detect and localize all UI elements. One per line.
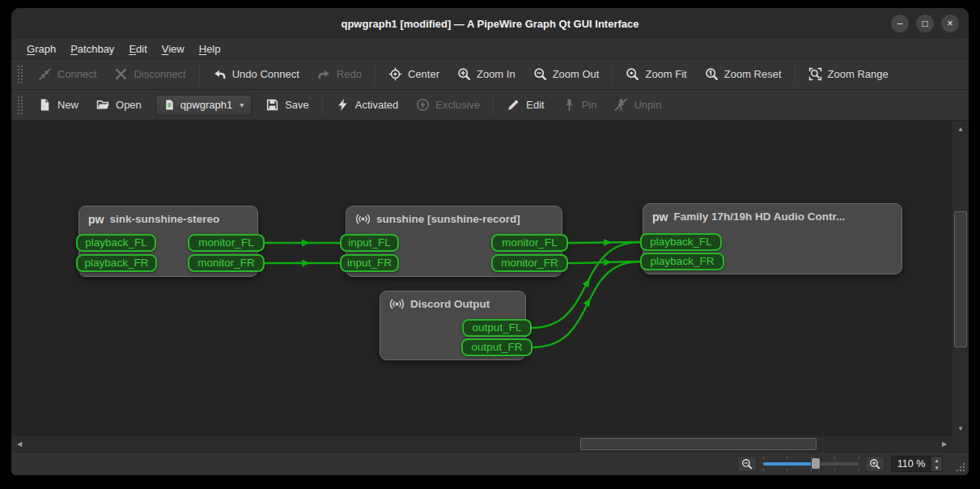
- port-sink-sunshine-stereo-monitor_FL[interactable]: monitor_FL: [188, 234, 265, 252]
- wire-arrow-icon: [302, 260, 310, 267]
- port-family-17h-19h-hd-audio-contr-playback_FR[interactable]: playback_FR: [640, 253, 724, 270]
- zoom-in-icon: [457, 67, 471, 81]
- minimize-button[interactable]: –: [891, 15, 909, 32]
- menu-patchbay[interactable]: Patchbay: [63, 41, 121, 57]
- close-button[interactable]: ×: [941, 15, 959, 32]
- toolbar-main-buttons: ConnectDisconnectUndo ConnectRedoCenterZ…: [29, 62, 897, 87]
- zoom-spinbox[interactable]: 110 % ▲ ▼: [891, 456, 943, 472]
- port-sink-sunshine-stereo-monitor_FR[interactable]: monitor_FR: [188, 254, 265, 272]
- redo-icon: [317, 67, 331, 81]
- port-discord-output-output_FR[interactable]: output_FR: [461, 338, 532, 356]
- connection-wire[interactable]: [568, 242, 640, 243]
- scroll-up-arrow-icon[interactable]: ▲: [952, 121, 969, 137]
- slider-tick: [763, 457, 764, 459]
- toolbar-button-label: Zoom Reset: [724, 68, 782, 80]
- zoom-out-icon: [741, 458, 753, 470]
- scroll-right-arrow-icon[interactable]: ▶: [936, 436, 952, 452]
- spin-down-icon[interactable]: ▼: [931, 464, 942, 471]
- save-button[interactable]: Save: [257, 93, 318, 117]
- patchbay-select[interactable]: qpwgraph1▾: [155, 95, 252, 116]
- pipewire-icon: pw: [652, 211, 668, 223]
- status-bar: 110 % ▲ ▼: [11, 452, 969, 475]
- horizontal-scroll-thumb[interactable]: [580, 438, 817, 450]
- broadcast-icon: [355, 213, 371, 225]
- port-sunshine-sunshine-record-input_FL[interactable]: input_FL: [340, 234, 399, 252]
- patchbay-select-value: qpwgraph1: [180, 99, 232, 111]
- zoom-in-button[interactable]: [865, 456, 885, 472]
- graph-canvas[interactable]: pwsink-sunshine-stereoplayback_FLplaybac…: [11, 120, 952, 436]
- toolbar-button-label: Connect: [57, 68, 96, 80]
- menu-help[interactable]: Help: [192, 41, 228, 57]
- toolbar-button-label: Zoom Out: [553, 68, 600, 80]
- unpin-icon: [614, 98, 628, 112]
- toolbar-button-label: Disconnect: [134, 68, 185, 80]
- zoom-reset-button[interactable]: Zoom Reset: [696, 62, 791, 87]
- zoom-slider-fill: [763, 462, 816, 466]
- exclusive-button: Exclusive: [407, 93, 489, 117]
- menu-edit[interactable]: Edit: [121, 41, 154, 57]
- spin-up-icon[interactable]: ▲: [931, 457, 942, 464]
- port-sink-sunshine-stereo-playback_FR[interactable]: playback_FR: [76, 254, 157, 272]
- scroll-down-arrow-icon[interactable]: ▼: [952, 420, 969, 436]
- toolbar-file: NewOpenqpwgraph1▾SaveActivatedExclusiveE…: [11, 89, 969, 120]
- resize-grip[interactable]: [955, 461, 966, 473]
- slider-tick: [763, 469, 764, 471]
- menu-graph[interactable]: Graph: [19, 41, 63, 57]
- chevron-down-icon: ▾: [240, 100, 244, 109]
- zoom-in-button[interactable]: Zoom In: [448, 62, 524, 87]
- slider-tick: [787, 469, 787, 471]
- toolbar-button-label: Pin: [582, 99, 597, 111]
- zoom-out-icon: [533, 67, 547, 81]
- edit-button[interactable]: Edit: [498, 93, 553, 117]
- zoom-range-button[interactable]: Zoom Range: [800, 62, 897, 87]
- port-sink-sunshine-stereo-playback_FL[interactable]: playback_FL: [76, 234, 156, 252]
- maximize-button[interactable]: □: [916, 15, 934, 32]
- port-sunshine-sunshine-record-monitor_FR[interactable]: monitor_FR: [491, 254, 568, 272]
- scrollbar-corner: [952, 436, 969, 452]
- node-title: Discord Output: [410, 298, 490, 310]
- zoom-in-icon: [869, 458, 880, 470]
- vertical-scroll-track[interactable]: [952, 137, 969, 420]
- toolbar-button-label: Exclusive: [435, 99, 480, 111]
- port-sunshine-sunshine-record-monitor_FL[interactable]: monitor_FL: [491, 234, 568, 252]
- pipewire-icon: pw: [88, 214, 104, 225]
- toolbar-drag-handle[interactable]: [17, 96, 23, 115]
- menubar: GraphPatchbayEditViewHelp: [11, 39, 969, 58]
- connection-wire[interactable]: [568, 262, 640, 263]
- open-button[interactable]: Open: [87, 93, 151, 117]
- undo-connect-button[interactable]: Undo Connect: [204, 62, 308, 87]
- scroll-left-arrow-icon[interactable]: ◀: [11, 436, 28, 452]
- patchbay-file-icon: [163, 99, 176, 111]
- activated-button[interactable]: Activated: [327, 93, 407, 117]
- zoom-slider-handle[interactable]: [811, 457, 821, 470]
- slider-tick: [811, 469, 812, 471]
- toolbar-button-label: Save: [285, 99, 309, 111]
- title-bar[interactable]: qpwgraph1 [modified] — A PipeWire Graph …: [11, 8, 969, 39]
- horizontal-scroll-track[interactable]: [28, 436, 936, 452]
- pin-button: Pin: [554, 93, 606, 117]
- zoom-out-button[interactable]: [737, 456, 757, 472]
- open-icon: [96, 98, 110, 112]
- wire-arrow-icon: [583, 296, 594, 307]
- vertical-scrollbar[interactable]: ▲ ▼: [952, 120, 969, 436]
- port-family-17h-19h-hd-audio-contr-playback_FL[interactable]: playback_FL: [640, 233, 722, 251]
- slider-tick: [834, 457, 835, 459]
- connect-icon: [38, 67, 52, 81]
- port-sunshine-sunshine-record-input_FR[interactable]: input_FR: [340, 254, 399, 272]
- vertical-scroll-thumb[interactable]: [954, 211, 967, 347]
- horizontal-scrollbar[interactable]: ◀ ▶: [11, 436, 952, 452]
- toolbar-button-label: Undo Connect: [232, 68, 299, 80]
- toolbar-button-label: Zoom Range: [828, 68, 889, 80]
- menu-view[interactable]: View: [155, 41, 192, 57]
- port-discord-output-output_FL[interactable]: output_FL: [462, 319, 532, 337]
- new-button[interactable]: New: [29, 93, 87, 117]
- zoom-out-button[interactable]: Zoom Out: [524, 62, 609, 87]
- toolbar-separator: [322, 96, 323, 115]
- center-button[interactable]: Center: [380, 62, 448, 87]
- unpin-button: Unpin: [605, 93, 670, 117]
- activated-icon: [336, 98, 350, 112]
- toolbar-button-label: Activated: [355, 99, 398, 111]
- zoom-fit-button[interactable]: Zoom Fit: [617, 62, 695, 87]
- zoom-slider[interactable]: [763, 456, 859, 472]
- toolbar-drag-handle[interactable]: [17, 65, 23, 84]
